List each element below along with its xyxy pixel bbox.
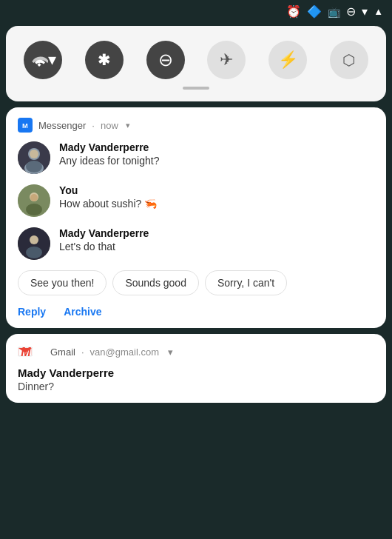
svg-text:M: M <box>22 122 28 130</box>
reply-button[interactable]: Reply <box>18 306 46 318</box>
msg-sender-3: Mady Vanderperre <box>59 227 149 239</box>
svg-point-11 <box>30 194 38 201</box>
message-content-1: Mady Vanderperre Any ideas for tonight? <box>59 141 159 167</box>
flashlight-toggle[interactable]: ⚡ <box>268 41 307 79</box>
message-content-3: Mady Vanderperre Let's do that <box>59 227 149 252</box>
quick-settings-panel: ▾ ✱ ⊖ ✈ ⚡ ⬡ <box>6 26 386 101</box>
flashlight-symbol: ⚡ <box>278 50 298 70</box>
dnd-toggle[interactable]: ⊖ <box>146 41 185 79</box>
wifi-icon <box>30 51 48 69</box>
gmail-dropdown-icon[interactable]: ▾ <box>168 346 173 358</box>
msg-text-3: Let's do that <box>59 241 149 252</box>
gmail-account-separator: · <box>81 346 84 358</box>
gmail-app-icon: M <box>18 344 33 359</box>
message-row-2: You How about sushi? 🦐 <box>18 184 374 217</box>
status-bar: ⏰ 🔷 📺 ⊖ ▾ ▲ <box>0 0 392 23</box>
wifi-symbol: ▾ <box>48 50 56 70</box>
message-row-1: Mady Vanderperre Any ideas for tonight? <box>18 141 374 174</box>
drag-handle <box>183 87 209 90</box>
airplane-symbol: ✈ <box>220 50 233 70</box>
messenger-app-name: Messenger <box>38 120 86 131</box>
notifications-area: M Messenger · now ▾ Mady Vanderperre <box>6 107 386 407</box>
gmail-account: van@gmail.com <box>90 346 159 358</box>
msg-sender-2: You <box>59 184 157 196</box>
archive-button[interactable]: Archive <box>64 306 101 318</box>
dnd-symbol: ⊖ <box>158 50 173 70</box>
quick-settings-buttons: ▾ ✱ ⊖ ✈ ⚡ ⬡ <box>24 41 368 79</box>
wifi-icon: ▾ <box>362 4 368 19</box>
svg-point-7 <box>26 161 42 173</box>
dnd-icon: ⊖ <box>346 4 356 19</box>
you-avatar-image <box>18 184 50 217</box>
gmail-letter: M <box>21 346 30 359</box>
quick-reply-see-you[interactable]: See you then! <box>18 270 107 295</box>
gmail-notification: M Gmail · van@gmail.com ▾ Mady Vanderper… <box>6 334 386 403</box>
avatar-you <box>18 184 50 217</box>
gmail-app-name: Gmail <box>50 346 75 358</box>
avatar-mady-2 <box>18 227 50 260</box>
quick-reply-sorry[interactable]: Sorry, I can't <box>205 270 287 295</box>
signal-icon: ▲ <box>374 6 383 17</box>
message-row-3: Mady Vanderperre Let's do that <box>18 227 374 260</box>
svg-point-14 <box>26 247 42 258</box>
notif-time: · <box>92 120 95 131</box>
gmail-sender: Mady Vanderperre <box>18 366 374 379</box>
msg-sender-1: Mady Vanderperre <box>59 141 159 153</box>
avatar-mady-1 <box>18 141 50 174</box>
mady-avatar-image-2 <box>18 227 50 260</box>
airplane-toggle[interactable]: ✈ <box>207 41 246 79</box>
bluetooth-status-icon: 🔷 <box>307 4 322 19</box>
notif-actions: Reply Archive <box>18 306 374 318</box>
messenger-logo: M <box>20 120 30 130</box>
wifi-toggle[interactable]: ▾ <box>24 41 62 79</box>
messenger-notification: M Messenger · now ▾ Mady Vanderperre <box>6 107 386 328</box>
messenger-notif-header: M Messenger · now ▾ <box>18 118 374 133</box>
messenger-app-icon: M <box>18 118 33 133</box>
msg-text-1: Any ideas for tonight? <box>59 155 159 167</box>
notif-dropdown-icon[interactable]: ▾ <box>126 121 130 130</box>
message-content-2: You How about sushi? 🦐 <box>59 184 157 210</box>
svg-point-6 <box>30 150 38 158</box>
cast-icon: 📺 <box>328 6 340 18</box>
svg-point-10 <box>26 204 42 215</box>
gmail-subject: Dinner? <box>18 381 374 392</box>
bluetooth-toggle[interactable]: ✱ <box>85 41 124 79</box>
rotate-toggle[interactable]: ⬡ <box>330 41 368 79</box>
bluetooth-symbol: ✱ <box>98 51 110 69</box>
alarm-icon: ⏰ <box>286 4 301 19</box>
mady-avatar-image <box>18 141 50 174</box>
msg-text-2: How about sushi? 🦐 <box>59 198 157 210</box>
quick-reply-sounds-good[interactable]: Sounds good <box>112 270 199 295</box>
quick-replies: See you then! Sounds good Sorry, I can't <box>18 270 374 295</box>
gmail-notif-header: M Gmail · van@gmail.com ▾ <box>18 344 374 359</box>
svg-point-13 <box>30 235 38 244</box>
notif-time-value: now <box>101 120 118 131</box>
rotate-symbol: ⬡ <box>342 51 355 69</box>
